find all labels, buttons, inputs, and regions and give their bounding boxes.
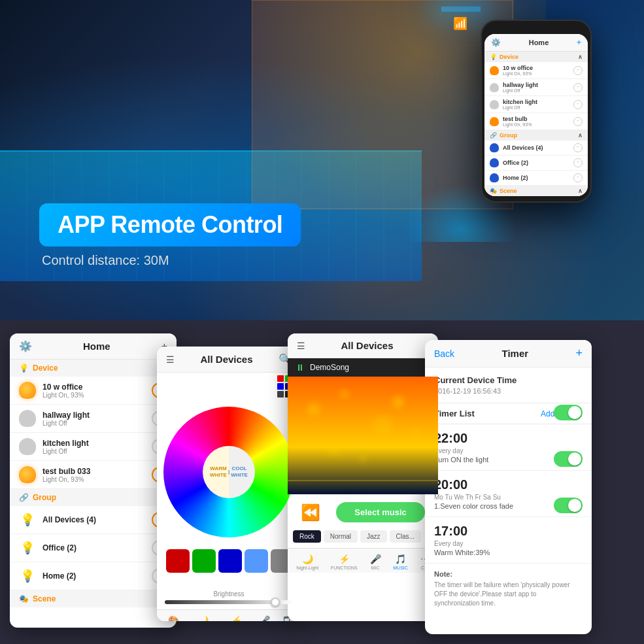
color-sq-lightblue-label: 100% [250,574,263,580]
nav-mic[interactable]: 🎤 MIC [259,615,270,621]
device-status-2: Light Off [42,420,145,427]
timer-title: Timer [460,348,570,359]
music-tab-classic[interactable]: Clas... [390,530,421,543]
note-title: Note: [434,570,583,578]
note-text: The timer will be failure when 'physical… [434,581,583,608]
color-sq-green[interactable] [192,549,216,573]
color-sq-gray-label: 7... [279,574,286,580]
rgb-squares-container [157,373,301,400]
timer-action-2: 1.Seven color cross fade [434,502,554,510]
bokeh-3 [373,416,392,435]
device-row-4[interactable]: test bulb 033 Light On, 93% ⏻ [10,461,177,489]
power-icon-g3[interactable] [573,173,583,182]
color-sq-blue[interactable] [218,549,242,573]
color-sq-green-label: 100% [197,574,211,580]
hero-label-container: APP Remote Control Control distance: 30M [39,203,301,268]
device-row-1[interactable]: 10 w office Light On, 93% ⏻ [10,377,177,405]
music-tab-jazz[interactable]: Jazz [360,530,387,543]
group-section-label: 🔗 Group [10,489,177,506]
bulb-icon-orange [490,66,499,75]
panel2-header: ☰ All Devices 🔍 [157,347,301,373]
panel2-bottom-nav: 🎨 COLORS 🌙 Night-Light ⚡ FUNCTIONS 🎤 MIC… [157,609,301,621]
scene-section-label: 🎭 Scene [10,590,177,607]
brightness-label: Brightness [165,590,293,598]
current-device-title: Current Device Time [434,375,583,385]
phone-scene-section: 🎭 Scene ∧ [484,186,588,196]
hero-device-3: kitchen light Light Off [484,96,588,113]
hero-group-1: All Devices (4) [484,141,588,156]
power-icon-g1[interactable] [573,143,583,152]
music-tab-normal[interactable]: Normal [324,530,358,543]
bulb-orange-1 [19,382,36,399]
timer-add-button[interactable]: + [575,347,583,360]
nav-nightlight[interactable]: 🌙 Night-Light [192,615,214,621]
app-remote-title: APP Remote Control [58,211,282,238]
device-row-2[interactable]: hallway light Light Off ⏻ [10,405,177,433]
panel2-title: All Devices [200,354,252,365]
nightlight-icon-3: 🌙 [302,554,313,564]
color-sq-lightblue[interactable] [245,549,268,573]
rgb-red [277,375,284,382]
music-song-name: DemoSong [310,363,349,372]
timer-days-2: Mo Tu We Th Fr Sa Su [434,494,554,501]
power-icon-3[interactable] [573,100,583,109]
group-row-3[interactable]: 💡 Home (2) ⏻ [10,562,177,590]
bulb-orange-2 [19,466,36,483]
nav-colors[interactable]: 🎨 COLORS [164,615,184,621]
color-wheel-container[interactable]: WARMWHITE | COOLWHITE [163,407,294,537]
color-wheel[interactable]: WARMWHITE | COOLWHITE [163,407,294,537]
nav3-mic[interactable]: 🎤 MIC [370,554,381,570]
rgb-blue [277,383,284,390]
color-sq-red[interactable] [166,549,190,573]
back-button[interactable]: Back [434,348,454,359]
brightness-slider[interactable] [165,600,293,604]
power-icon-g2[interactable] [573,158,583,167]
horizon-line [288,480,438,481]
hero-section: APP Remote Control Control distance: 30M… [0,0,644,320]
brightness-section: Brightness [157,585,301,609]
group-row-1[interactable]: 💡 All Devices (4) ⏻ [10,506,177,534]
current-device-section: Current Device Time 2016-12-19 16:56:43 [425,367,592,403]
group-row-2[interactable]: 💡 Office (2) ⏻ [10,534,177,562]
pause-icon[interactable]: ⏸ [296,362,305,373]
timer-days-1: Every day [434,447,554,454]
power-icon-2[interactable] [573,83,583,92]
music-playing-bar: ⏸ DemoSong [288,358,438,377]
hero-device-1: 10 w office Light On, 93% [484,62,588,79]
timer-toggle-3[interactable] [554,498,583,513]
nav-functions[interactable]: ⚡ FUNCTIONS [223,615,250,621]
phone-group-section: 🔗 Group ∧ [484,130,588,141]
timer-time-2: 20:00 [434,477,554,492]
device-row-3[interactable]: kitchen light Light Off ⏻ [10,433,177,461]
timer-header: Back Timer + [425,340,592,367]
bokeh-7 [360,455,366,462]
power-icon[interactable] [573,66,583,75]
sunset-background [288,377,438,494]
slider-thumb[interactable] [271,598,280,607]
app-remote-badge: APP Remote Control [39,203,301,246]
panel1-header: ⚙️ Home + [10,333,177,360]
music-tab-rock[interactable]: Rock [293,530,321,543]
nav3-music[interactable]: 🎵 MUSIC [393,554,408,570]
current-device-time: 2016-12-19 16:56:43 [434,387,583,395]
select-music-button[interactable]: Select music [336,502,425,522]
music-controls-row: ⏪ Select music [288,494,438,530]
device-status-3: Light Off [42,448,145,455]
bokeh-1 [307,403,320,416]
power-icon-4[interactable] [573,117,583,126]
timer-entry-3: 17:00 Every day Warm White:39% [425,517,592,564]
bokeh-5 [412,429,420,437]
device-name-3: kitchen light [42,439,145,448]
rewind-icon[interactable]: ⏪ [293,503,328,522]
timer-toggle-2[interactable] [554,451,583,467]
hero-phone-mockup: ⚙️ Home + 💡 Device ∧ 10 w office Light O… [481,20,592,203]
nav3-functions[interactable]: ⚡ FUNCTIONS [331,554,358,570]
nav3-nightlight[interactable]: 🌙 Night-Light [296,554,318,570]
timer-time-3: 17:00 [434,524,554,539]
bulb-icon-orange-2 [490,117,499,126]
bokeh-2 [340,390,349,399]
group-icon-all: 💡 [19,511,36,528]
hero-group-3: Home (2) [484,171,588,186]
group-icon-home: 💡 [19,568,36,585]
timer-toggle-1[interactable] [554,405,583,420]
